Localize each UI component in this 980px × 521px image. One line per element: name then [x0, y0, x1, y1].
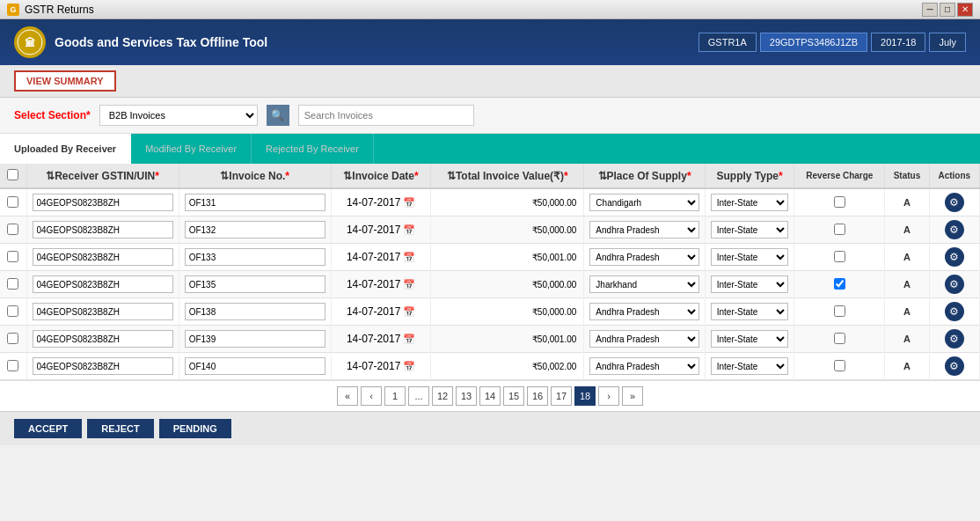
gstin-input[interactable] — [33, 248, 173, 266]
page-button[interactable]: 16 — [527, 386, 548, 406]
tab-modified[interactable]: Modified By Receiver — [131, 134, 252, 164]
page-button[interactable]: 14 — [479, 386, 501, 406]
place-supply-select[interactable]: Andhra Pradesh — [589, 357, 698, 375]
invoice-no-input[interactable] — [185, 303, 325, 320]
maximize-button[interactable]: □ — [940, 3, 955, 17]
row-gstin — [26, 326, 179, 353]
page-button[interactable]: » — [622, 386, 643, 406]
row-supply-type: Inter-State — [705, 298, 794, 326]
window-title: GSTR Returns — [25, 4, 94, 16]
row-status: A — [885, 326, 929, 353]
action-button[interactable]: ⚙ — [945, 329, 964, 349]
place-supply-select[interactable]: Andhra Pradesh — [589, 303, 698, 320]
page-button[interactable]: 18 — [574, 386, 596, 406]
gstin-input[interactable] — [33, 221, 173, 238]
minimize-button[interactable]: ─ — [922, 3, 938, 17]
place-supply-select[interactable]: Chandigarh — [589, 194, 698, 211]
row-checkbox[interactable] — [7, 251, 18, 262]
invoice-no-input[interactable] — [185, 194, 325, 211]
action-button[interactable]: ⚙ — [945, 302, 964, 321]
col-gstin: ⇅Receiver GSTIN/UIN* — [26, 164, 179, 188]
reverse-charge-checkbox[interactable] — [834, 278, 845, 290]
page-button[interactable]: ... — [408, 386, 429, 406]
row-checkbox[interactable] — [7, 224, 18, 235]
page-button[interactable]: 13 — [456, 386, 477, 406]
select-all-checkbox[interactable] — [7, 169, 18, 180]
page-button[interactable]: 12 — [432, 386, 453, 406]
action-button[interactable]: ⚙ — [945, 356, 964, 376]
page-button[interactable]: › — [598, 386, 619, 406]
header-badges: GSTR1A 29GDTPS3486J1ZB 2017-18 July — [698, 33, 966, 52]
page-button[interactable]: « — [337, 386, 358, 406]
page-button[interactable]: 15 — [503, 386, 524, 406]
row-checkbox[interactable] — [7, 278, 18, 290]
invoice-no-input[interactable] — [185, 221, 325, 238]
pending-button[interactable]: PENDING — [159, 419, 231, 438]
search-input[interactable] — [298, 105, 474, 126]
accept-button[interactable]: ACCEPT — [14, 419, 82, 438]
invoice-no-input[interactable] — [185, 357, 325, 375]
supply-type-select[interactable]: Inter-State — [711, 275, 789, 293]
col-invoice-date: ⇅Invoice Date* — [331, 164, 431, 188]
calendar-icon[interactable]: 📅 — [403, 252, 415, 262]
calendar-icon[interactable]: 📅 — [403, 334, 415, 344]
reverse-charge-checkbox[interactable] — [834, 251, 845, 262]
section-select[interactable]: B2B Invoices B2C Invoices Credit/Debit N… — [99, 105, 258, 126]
view-summary-button[interactable]: VIEW SUMMARY — [14, 70, 116, 92]
calendar-icon[interactable]: 📅 — [403, 361, 415, 371]
page-button[interactable]: 17 — [551, 386, 572, 406]
month-badge[interactable]: July — [929, 33, 966, 52]
row-checkbox[interactable] — [7, 305, 18, 317]
reverse-charge-checkbox[interactable] — [834, 224, 845, 235]
reverse-charge-checkbox[interactable] — [834, 333, 845, 344]
row-gstin — [26, 244, 179, 271]
invoice-no-input[interactable] — [185, 330, 325, 348]
page-button[interactable]: ‹ — [361, 386, 382, 406]
action-button[interactable]: ⚙ — [945, 220, 964, 239]
gstin-input[interactable] — [33, 275, 173, 293]
supply-type-select[interactable]: Inter-State — [711, 330, 789, 348]
row-actions: ⚙ — [929, 188, 979, 216]
year-badge[interactable]: 2017-18 — [871, 33, 925, 52]
page-button[interactable]: 1 — [384, 386, 406, 406]
search-icon[interactable]: 🔍 — [267, 105, 289, 126]
calendar-icon[interactable]: 📅 — [403, 197, 415, 208]
row-supply-type: Inter-State — [705, 271, 794, 298]
row-checkbox[interactable] — [7, 333, 18, 344]
calendar-icon[interactable]: 📅 — [403, 224, 415, 235]
row-invoice-no — [179, 271, 331, 298]
action-button[interactable]: ⚙ — [945, 193, 964, 212]
tab-uploaded[interactable]: Uploaded By Receiver — [0, 134, 131, 164]
supply-type-select[interactable]: Inter-State — [711, 194, 789, 211]
reverse-charge-checkbox[interactable] — [834, 305, 845, 317]
calendar-icon[interactable]: 📅 — [403, 279, 415, 290]
place-supply-select[interactable]: Andhra Pradesh — [589, 330, 698, 348]
calendar-icon[interactable]: 📅 — [403, 306, 415, 317]
supply-type-select[interactable]: Inter-State — [711, 303, 789, 320]
close-button[interactable]: ✕ — [957, 3, 973, 17]
invoice-no-input[interactable] — [185, 248, 325, 266]
gstin-input[interactable] — [33, 303, 173, 320]
row-supply-type: Inter-State — [705, 326, 794, 353]
gstin-input[interactable] — [33, 357, 173, 375]
place-supply-select[interactable]: Jharkhand — [589, 275, 698, 293]
gstin-input[interactable] — [33, 330, 173, 348]
invoice-no-input[interactable] — [185, 275, 325, 293]
gstin-badge[interactable]: 29GDTPS3486J1ZB — [760, 33, 867, 52]
supply-type-select[interactable]: Inter-State — [711, 248, 789, 266]
supply-type-select[interactable]: Inter-State — [711, 221, 789, 238]
gstin-input[interactable] — [33, 194, 173, 211]
reverse-charge-checkbox[interactable] — [834, 196, 845, 208]
place-supply-select[interactable]: Andhra Pradesh — [589, 221, 698, 238]
reverse-charge-checkbox[interactable] — [834, 360, 845, 371]
place-supply-select[interactable]: Andhra Pradesh — [589, 248, 698, 266]
action-button[interactable]: ⚙ — [945, 275, 964, 294]
tab-rejected[interactable]: Rejected By Receiver — [252, 134, 374, 164]
reject-button[interactable]: REJECT — [87, 419, 153, 438]
row-total-value: ₹50,000.00 — [431, 216, 584, 244]
row-checkbox[interactable] — [7, 360, 18, 371]
row-checkbox[interactable] — [7, 196, 18, 208]
action-button[interactable]: ⚙ — [945, 247, 964, 267]
supply-type-select[interactable]: Inter-State — [711, 357, 789, 375]
gstr-badge[interactable]: GSTR1A — [698, 33, 757, 52]
